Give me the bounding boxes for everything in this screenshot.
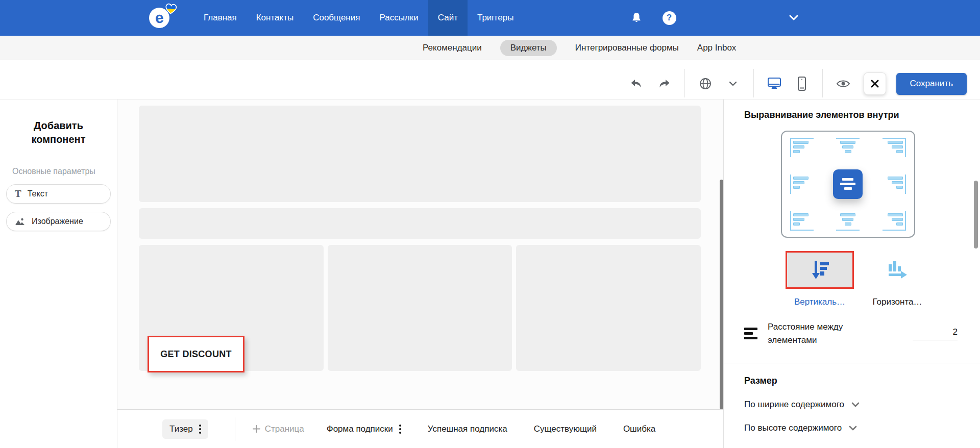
image-icon bbox=[15, 217, 26, 226]
toolbar-divider bbox=[753, 69, 754, 97]
page-tab-label: Форма подписки bbox=[327, 424, 393, 434]
nav-item-campaigns[interactable]: Рассылки bbox=[370, 0, 428, 36]
spacing-icon bbox=[744, 328, 757, 339]
alignment-title: Выравнивание элементов внутри bbox=[744, 110, 980, 120]
panel-scrollbar-thumb[interactable] bbox=[974, 181, 978, 248]
bell-icon[interactable] bbox=[628, 9, 645, 27]
page-tab-teaser[interactable]: Тизер bbox=[162, 419, 208, 439]
plus-icon bbox=[253, 425, 260, 433]
pages-bottom-bar: Тизер Страница Форма подписки Успешная п… bbox=[117, 409, 723, 448]
toolbar-divider bbox=[822, 69, 823, 97]
vertical-layout-button[interactable] bbox=[786, 251, 854, 289]
placeholder-block-cell[interactable] bbox=[328, 245, 512, 371]
tab-recommendations[interactable]: Рекомендации bbox=[423, 43, 482, 53]
nav-item-triggers[interactable]: Триггеры bbox=[468, 0, 524, 36]
nav-item-site[interactable]: Сайт bbox=[428, 0, 468, 36]
horizontal-layout-button[interactable] bbox=[869, 251, 925, 289]
editor-toolbar: Сохранить bbox=[0, 60, 980, 99]
site-subnav: Рекомендации Виджеты Интегрированные фор… bbox=[0, 36, 980, 60]
horizontal-layout-icon bbox=[886, 259, 909, 281]
chevron-down-icon bbox=[851, 402, 860, 407]
nav-item-contacts[interactable]: Контакты bbox=[247, 0, 303, 36]
sidebar-title: Добавить компонент bbox=[19, 119, 97, 146]
horizontal-layout-label[interactable]: Горизонта… bbox=[873, 297, 922, 307]
align-bottom-right-icon[interactable] bbox=[883, 211, 906, 231]
redo-icon[interactable] bbox=[654, 73, 674, 94]
width-select-value: По ширине содержимого bbox=[744, 400, 844, 410]
eye-icon[interactable] bbox=[833, 73, 853, 94]
spacing-label: Расстояние между элементами bbox=[768, 320, 875, 346]
add-page-button[interactable]: Страница bbox=[253, 424, 304, 434]
component-label: Текст bbox=[28, 189, 48, 198]
text-icon: T bbox=[15, 188, 21, 200]
globe-icon[interactable] bbox=[695, 73, 716, 94]
align-center-selected-icon[interactable] bbox=[833, 169, 863, 199]
account-chevron-down-icon[interactable] bbox=[785, 9, 802, 27]
page-tab-error[interactable]: Ошибка bbox=[623, 424, 655, 434]
align-top-center-icon[interactable] bbox=[836, 138, 860, 157]
width-select[interactable]: По ширине содержимого bbox=[744, 400, 980, 410]
page-tab-label: Тизер bbox=[169, 424, 193, 434]
main-menu: Главная Контакты Сообщения Рассылки Сайт… bbox=[194, 0, 524, 36]
align-middle-right-icon[interactable] bbox=[883, 175, 906, 194]
placeholder-block-strip[interactable] bbox=[139, 208, 701, 239]
mobile-icon[interactable] bbox=[792, 73, 812, 94]
add-page-label: Страница bbox=[265, 424, 304, 434]
placeholder-block-cell[interactable] bbox=[516, 245, 701, 371]
page-tab-existing[interactable]: Существующий bbox=[534, 424, 597, 434]
placeholder-block-large[interactable] bbox=[139, 106, 701, 202]
tab-widgets[interactable]: Виджеты bbox=[500, 40, 557, 56]
page-tab-success[interactable]: Успешная подписка bbox=[428, 424, 507, 434]
spacing-input[interactable] bbox=[913, 327, 958, 340]
size-title: Размер bbox=[744, 376, 980, 386]
toolbar-divider bbox=[684, 69, 685, 97]
app-logo[interactable]: e bbox=[149, 8, 169, 28]
alignment-grid bbox=[781, 131, 915, 238]
widget-canvas: GET DISCOUNT Тизер Страница Форма подпис… bbox=[117, 99, 723, 448]
vertical-layout-icon bbox=[808, 259, 831, 281]
language-chevron-down-icon[interactable] bbox=[723, 73, 743, 94]
chevron-down-icon bbox=[849, 426, 857, 431]
tab-app-inbox[interactable]: App Inbox bbox=[697, 43, 737, 53]
help-icon[interactable]: ? bbox=[660, 9, 678, 27]
vertical-layout-label[interactable]: Вертикаль… bbox=[794, 297, 845, 307]
settings-panel: Выравнивание элементов внутри bbox=[723, 99, 980, 448]
canvas-scrollbar-thumb[interactable] bbox=[720, 180, 723, 409]
save-button[interactable]: Сохранить bbox=[896, 73, 967, 95]
height-select-value: По высоте содержимого bbox=[744, 423, 842, 433]
undo-icon[interactable] bbox=[626, 73, 647, 94]
component-label: Изображение bbox=[32, 217, 83, 226]
component-image-button[interactable]: Изображение bbox=[6, 212, 111, 231]
components-sidebar: Добавить компонент Основные параметры T … bbox=[0, 99, 117, 448]
spacing-setting: Расстояние между элементами bbox=[744, 320, 958, 346]
desktop-icon[interactable] bbox=[764, 73, 785, 94]
height-select[interactable]: По высоте содержимого bbox=[744, 423, 980, 433]
panel-divider bbox=[724, 363, 980, 363]
align-middle-left-icon[interactable] bbox=[790, 175, 814, 194]
sidebar-section-label: Основные параметры bbox=[12, 167, 117, 176]
nav-right-icons: ? bbox=[628, 9, 971, 27]
ukraine-heart-icon bbox=[164, 2, 178, 16]
bottombar-divider bbox=[235, 417, 235, 441]
nav-item-messages[interactable]: Сообщения bbox=[303, 0, 370, 36]
get-discount-button[interactable]: GET DISCOUNT bbox=[148, 336, 244, 372]
layout-direction-buttons: Вертикаль… Горизонта… bbox=[786, 251, 980, 307]
align-top-left-icon[interactable] bbox=[790, 138, 814, 157]
align-bottom-left-icon[interactable] bbox=[790, 211, 814, 231]
align-bottom-center-icon[interactable] bbox=[836, 211, 860, 231]
close-icon[interactable] bbox=[864, 72, 886, 95]
kebab-menu-icon[interactable] bbox=[199, 425, 201, 434]
widget-preview bbox=[139, 106, 701, 371]
kebab-menu-icon[interactable] bbox=[399, 425, 401, 434]
nav-item-home[interactable]: Главная bbox=[194, 0, 247, 36]
align-top-right-icon[interactable] bbox=[883, 138, 906, 157]
top-nav: e Главная Контакты Сообщения Рассылки Са… bbox=[0, 0, 980, 36]
page-tab-subscription-form[interactable]: Форма подписки bbox=[327, 424, 401, 434]
component-text-button[interactable]: T Текст bbox=[6, 184, 111, 204]
tab-integrated-forms[interactable]: Интегрированные формы bbox=[575, 43, 679, 53]
